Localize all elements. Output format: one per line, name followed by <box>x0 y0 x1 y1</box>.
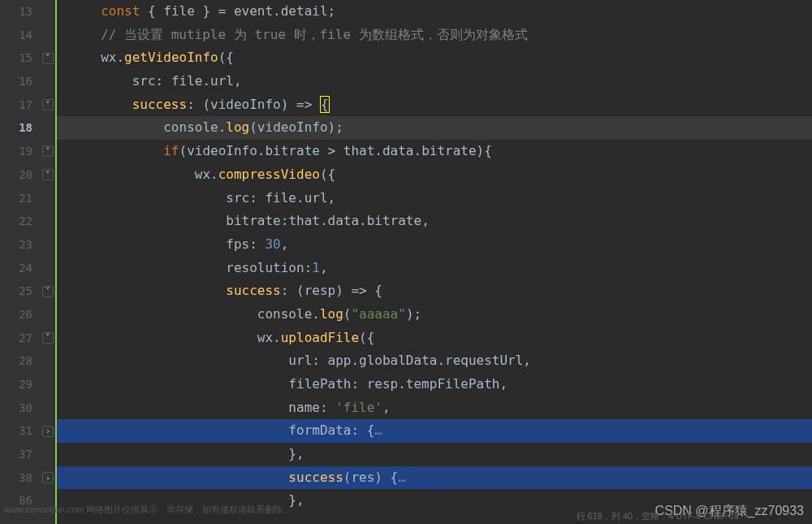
fold-blank <box>41 24 55 47</box>
fold-collapse-icon[interactable]: ˅ <box>41 279 55 303</box>
fold-blank <box>41 70 55 93</box>
code-line[interactable]: wx.getVideoInfo({ <box>57 46 812 70</box>
code-line[interactable]: wx.compressVideo({ <box>57 163 812 187</box>
line-number-active: 18 <box>0 116 41 140</box>
line-number: 15 <box>0 46 41 70</box>
line-number: 25 <box>0 279 41 303</box>
code-line[interactable]: success: (videoInfo) => { <box>57 93 812 117</box>
line-number: 22 <box>0 210 41 233</box>
line-number: 21 <box>0 187 41 210</box>
code-line[interactable]: src: file.url, <box>57 187 812 210</box>
line-number: 29 <box>0 373 41 396</box>
code-line[interactable]: resolution:1, <box>57 257 812 280</box>
code-line[interactable]: // 当设置 mutiple 为 true 时，file 为数组格式，否则为对象… <box>57 24 812 47</box>
code-line-active[interactable]: console.log(videoInfo); <box>57 116 812 140</box>
line-number: 38 <box>0 466 41 490</box>
fold-blank <box>41 443 55 466</box>
fold-expand-icon[interactable]: › <box>41 466 55 490</box>
line-number-gutter: 13 14 15 16 17 18 19 20 21 22 23 24 25 2… <box>0 0 41 524</box>
line-number: 23 <box>0 233 41 257</box>
fold-blank <box>41 233 55 257</box>
fold-blank <box>41 349 55 373</box>
fold-blank <box>41 116 55 140</box>
code-line-folded[interactable]: success(res) {… <box>57 466 812 490</box>
line-number: 31 <box>0 419 41 443</box>
code-line[interactable]: url: app.globalData.requestUrl, <box>57 349 812 373</box>
fold-collapse-icon[interactable]: ˅ <box>41 93 55 117</box>
code-line[interactable]: src: file.url, <box>57 70 812 93</box>
fold-blank <box>41 0 55 24</box>
fold-expand-icon[interactable]: › <box>41 419 55 443</box>
line-number: 19 <box>0 140 41 163</box>
fold-collapse-icon[interactable]: ˅ <box>41 163 55 187</box>
fold-gutter: ˅ ˅ ˅ ˅ ˅ ˅ › › <box>41 0 57 524</box>
status-bar: 行 618，列 40，空格：4 UTF-8 CRLF Ja <box>577 510 740 522</box>
line-number: 13 <box>0 0 41 24</box>
code-line[interactable]: wx.uploadFile({ <box>57 327 812 350</box>
code-line-folded[interactable]: formData: {… <box>57 419 812 443</box>
line-number: 37 <box>0 443 41 466</box>
line-number: 16 <box>0 70 41 93</box>
code-line[interactable]: console.log("aaaaa"); <box>57 303 812 327</box>
fold-blank <box>41 257 55 280</box>
line-number: 17 <box>0 93 41 117</box>
code-line[interactable]: const { file } = event.detail; <box>57 0 812 24</box>
fold-blank <box>41 187 55 210</box>
code-line[interactable]: name: 'file', <box>57 396 812 420</box>
code-line[interactable]: success: (resp) => { <box>57 279 812 303</box>
fold-collapse-icon[interactable]: ˅ <box>41 140 55 163</box>
line-number: 27 <box>0 327 41 350</box>
line-number: 30 <box>0 396 41 420</box>
code-line[interactable]: bitrate:that.data.bitrate, <box>57 210 812 233</box>
fold-blank <box>41 373 55 396</box>
fold-blank <box>41 303 55 327</box>
code-line[interactable]: fps: 30, <box>57 233 812 257</box>
line-number: 28 <box>0 349 41 373</box>
code-line[interactable]: if(videoInfo.bitrate > that.data.bitrate… <box>57 140 812 163</box>
fold-collapse-icon[interactable]: ˅ <box>41 327 55 350</box>
line-number: 24 <box>0 257 41 280</box>
code-content[interactable]: const { file } = event.detail; // 当设置 mu… <box>57 0 812 524</box>
fold-blank <box>41 210 55 233</box>
line-number: 20 <box>0 163 41 187</box>
fold-collapse-icon[interactable]: ˅ <box>41 46 55 70</box>
fold-blank <box>41 396 55 420</box>
watermark-text: www.toymoban.com 网络图片仅供展示，非存储，如有侵权请联系删除。 <box>4 504 292 516</box>
line-number: 26 <box>0 303 41 327</box>
code-editor: 13 14 15 16 17 18 19 20 21 22 23 24 25 2… <box>0 0 812 524</box>
line-number: 14 <box>0 24 41 47</box>
code-line[interactable]: }, <box>57 443 812 466</box>
code-line[interactable]: filePath: resp.tempFilePath, <box>57 373 812 396</box>
